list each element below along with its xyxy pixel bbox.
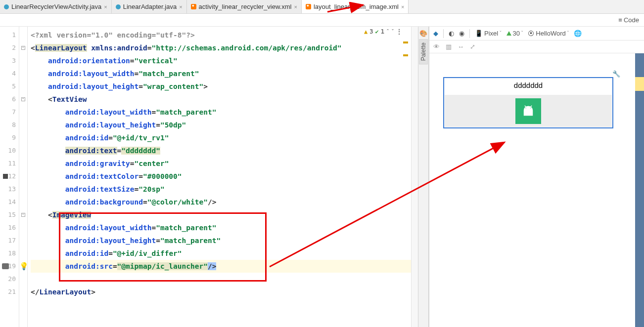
warning-marker-icon	[403, 41, 408, 43]
locale-icon[interactable]: 🌐	[574, 30, 582, 37]
tab-linear-recycler-activity[interactable]: LinearRecyclerViewActivity.java ×	[0, 0, 112, 13]
tab-activity-linear-recycler-xml[interactable]: activity_linear_recycler_view.xml ×	[187, 0, 302, 13]
fold-gutter: 💡	[19, 27, 28, 327]
tab-linear-adapter[interactable]: LinearAdapter.java ×	[112, 0, 187, 13]
tab-label: activity_linear_recycler_view.xml	[199, 3, 292, 10]
code-editor[interactable]: ▲3 ✔1 ˆˇ⋮ <?xml version="1.0" encoding="…	[28, 27, 411, 327]
menu-lines-icon[interactable]: ≡	[618, 16, 621, 24]
expand-icon[interactable]: ⤢	[470, 43, 475, 50]
orientation-icon[interactable]: ◐	[449, 30, 454, 37]
preview-imageview	[445, 95, 612, 127]
layout-preview-panel: ◆ ◐ ◉ 📱 Pixel ˇ 30 ˇ ⦿ HelloWord ˇ 🌐 👁 ▥…	[429, 27, 644, 327]
warning-marker-icon	[403, 54, 408, 56]
resize-icon[interactable]: ↔	[458, 43, 464, 50]
fold-toggle-icon[interactable]	[21, 46, 25, 50]
preview-minimap[interactable]	[635, 53, 644, 327]
design-surface-icon[interactable]: ◆	[433, 30, 438, 37]
layout-columns-icon[interactable]: ▥	[446, 43, 452, 50]
tab-layout-linear-item-image-xml[interactable]: layout_linear_item_image.xml ×	[302, 0, 409, 13]
palette-sidebar[interactable]: 🎨 Palette	[418, 27, 429, 327]
eye-icon[interactable]: 👁	[433, 43, 440, 50]
close-icon[interactable]: ×	[401, 4, 404, 10]
line-number-gutter: 123 456 789 1011 12 131415 161718 19 202…	[0, 27, 19, 327]
device-dropdown[interactable]: 📱 Pixel ˇ	[475, 30, 502, 37]
android-icon	[506, 31, 511, 36]
ic-launcher-icon	[515, 98, 541, 124]
tab-label: LinearAdapter.java	[123, 3, 177, 10]
java-class-icon	[4, 4, 9, 9]
api-dropdown[interactable]: 30 ˇ	[506, 30, 523, 37]
image-swatch-icon	[2, 263, 9, 269]
night-mode-icon[interactable]: ◉	[459, 30, 464, 37]
tab-label: layout_linear_item_image.xml	[314, 3, 399, 10]
wrench-icon[interactable]: 🔧	[612, 70, 620, 78]
editor-tabs: LinearRecyclerViewActivity.java × Linear…	[0, 0, 644, 14]
close-icon[interactable]: ×	[294, 4, 297, 10]
color-swatch-icon	[3, 174, 8, 179]
editor-mode-bar: ≡ Code	[0, 14, 644, 27]
xml-layout-icon	[306, 4, 311, 9]
theme-dropdown[interactable]: ⦿ HelloWord ˇ	[528, 30, 569, 37]
code-mode-label[interactable]: Code	[624, 16, 639, 24]
fold-toggle-icon[interactable]	[21, 97, 25, 101]
inspection-summary[interactable]: ▲3 ✔1 ˆˇ⋮	[364, 28, 402, 35]
tab-label: LinearRecyclerViewActivity.java	[11, 3, 101, 10]
palette-label: Palette	[419, 39, 428, 64]
preview-toolbar: ◆ ◐ ◉ 📱 Pixel ˇ 30 ˇ ⦿ HelloWord ˇ 🌐	[429, 27, 644, 41]
preview-canvas[interactable]: 🔧 ddddddd	[429, 53, 644, 327]
preview-toolbar-2: 👁 ▥ ↔ ⤢	[429, 41, 644, 53]
xml-layout-icon	[191, 4, 196, 9]
preview-device-frame[interactable]: ddddddd	[443, 77, 613, 128]
close-icon[interactable]: ×	[104, 4, 107, 10]
preview-textview: ddddddd	[444, 78, 612, 89]
java-class-icon	[116, 4, 121, 9]
close-icon[interactable]: ×	[179, 4, 182, 10]
error-stripe[interactable]	[411, 27, 418, 327]
fold-toggle-icon[interactable]	[21, 213, 25, 217]
palette-icon: 🎨	[419, 30, 427, 37]
